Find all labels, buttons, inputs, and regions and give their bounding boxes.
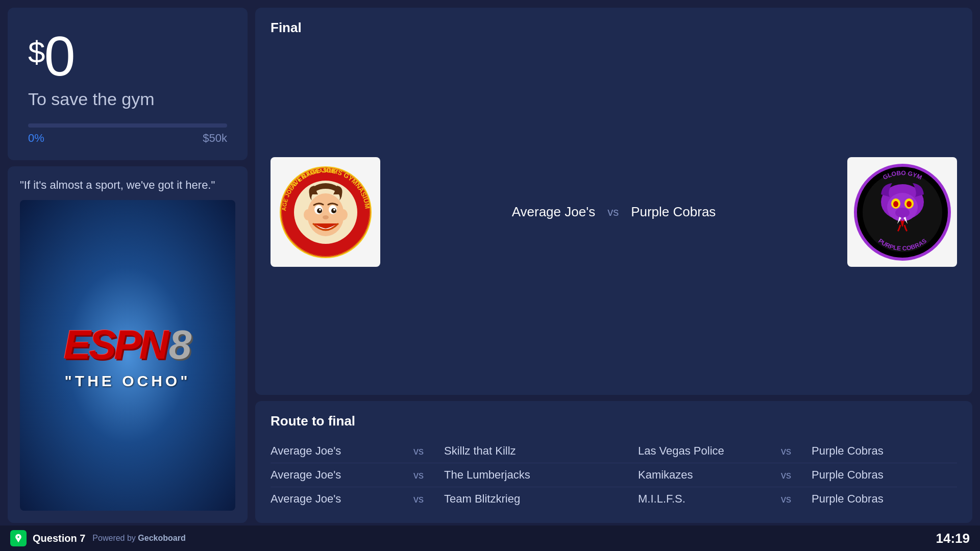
money-label: To save the gym [28, 89, 227, 109]
purple-cobras-logo: PURPLE COBRAS GLOBO GYM [854, 164, 951, 261]
row2-vs1: vs [413, 469, 444, 481]
espn-text: ESPN [64, 321, 167, 368]
progress-bar-container [28, 123, 227, 128]
svg-point-13 [319, 209, 321, 211]
route-table: Average Joe's vs Skillz that Killz Las V… [271, 439, 957, 511]
money-amount: $0 [28, 28, 227, 84]
final-matchup: AVERAGE JOE'S GYMNASIUM AVERAGE JOE'S ✦ … [271, 46, 957, 378]
row2-team1: Average Joe's [271, 468, 413, 482]
table-row: Average Joe's vs Skillz that Killz Las V… [271, 439, 957, 463]
espn8-top: ESPN 8 [64, 321, 191, 368]
row3-vs1: vs [413, 493, 444, 505]
row1-team1: Average Joe's [271, 444, 413, 458]
table-row: Average Joe's vs The Lumberjacks Kamikaz… [271, 463, 957, 487]
row3-opp2: Purple Cobras [812, 492, 954, 506]
matchup-center: Average Joe's vs Purple Cobras [390, 204, 837, 220]
espn8-logo: ESPN 8 "THE OCHO" [54, 311, 202, 400]
right-panel: Final [255, 8, 972, 523]
route-card: Route to final Average Joe's vs Skillz t… [255, 401, 972, 523]
team2-name: Purple Cobras [631, 204, 716, 220]
row1-team2: Las Vegas Police [638, 444, 781, 458]
row1-vs2: vs [781, 445, 812, 457]
bottom-question: Question 7 [33, 533, 85, 544]
table-row: Average Joe's vs Team Blitzkrieg M.I.L.F… [271, 487, 957, 511]
progress-labels: 0% $50k [28, 132, 227, 145]
svg-point-28 [895, 208, 910, 218]
row3-vs2: vs [781, 493, 812, 505]
row1-opp1: Skillz that Killz [444, 444, 597, 458]
final-title: Final [271, 20, 957, 36]
row2-opp1: The Lumberjacks [444, 468, 597, 482]
espn8-number: 8 [169, 321, 192, 368]
progress-target: $50k [203, 132, 227, 145]
svg-point-14 [333, 209, 335, 211]
row1-opp2: Purple Cobras [812, 444, 954, 458]
ocho-text: "THE OCHO" [65, 372, 191, 390]
row2-team2: Kamikazes [638, 468, 781, 482]
svg-point-27 [906, 201, 912, 207]
row3-opp1: Team Blitzkrieg [444, 492, 597, 506]
row2-opp2: Purple Cobras [812, 468, 954, 482]
row3-team1: Average Joe's [271, 492, 413, 506]
svg-point-26 [893, 201, 898, 207]
team1-name: Average Joe's [512, 204, 595, 220]
row1-vs1: vs [413, 445, 444, 457]
team1-logo-box: AVERAGE JOE'S GYMNASIUM AVERAGE JOE'S ✦ … [271, 157, 380, 267]
bottom-powered-text: Powered by Geckoboard [92, 534, 185, 543]
geckoboard-icon [10, 530, 27, 546]
row2-vs2: vs [781, 469, 812, 481]
bottom-time: 14:19 [936, 531, 970, 546]
bottom-bar: Question 7 Powered by Geckoboard 14:19 [0, 525, 980, 551]
svg-point-15 [323, 215, 329, 219]
espn-image-area: ESPN 8 "THE OCHO" [20, 200, 235, 511]
route-title: Route to final [271, 413, 957, 429]
final-card: Final [255, 8, 972, 395]
avg-joes-logo: AVERAGE JOE'S GYMNASIUM AVERAGE JOE'S ✦ … [280, 166, 372, 258]
vs-label: vs [607, 206, 619, 219]
progress-percent: 0% [28, 132, 44, 145]
dollar-sign: $ [28, 37, 44, 68]
team2-logo-box: PURPLE COBRAS GLOBO GYM [847, 157, 957, 267]
left-panel: $0 To save the gym 0% $50k "If it's almo… [8, 8, 248, 523]
espn-card: "If it's almost a sport, we've got it he… [8, 166, 248, 523]
row3-team2: M.I.L.F.S. [638, 492, 781, 506]
gecko-logo-icon [13, 533, 23, 543]
money-card: $0 To save the gym 0% $50k [8, 8, 248, 160]
espn-quote: "If it's almost a sport, we've got it he… [20, 179, 235, 192]
